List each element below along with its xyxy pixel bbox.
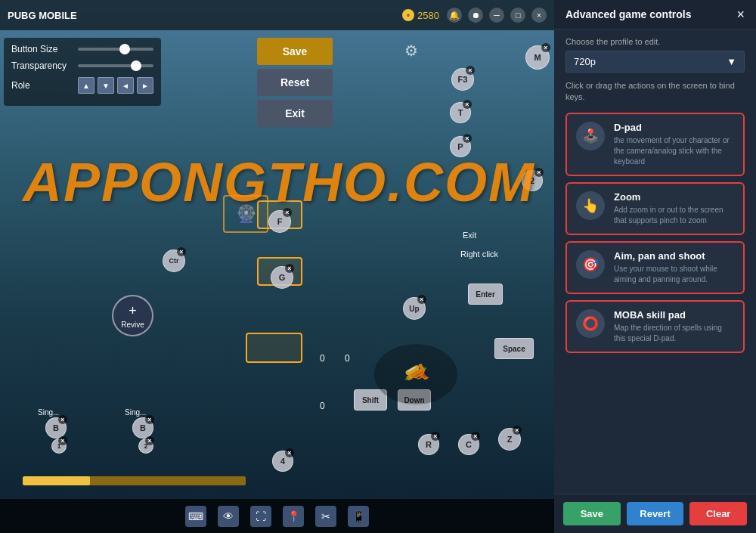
b-left-button[interactable]: B bbox=[45, 417, 67, 438]
c-button[interactable]: C bbox=[458, 434, 479, 455]
action-buttons: Save Reset Exit bbox=[257, 38, 333, 127]
game-area: PUBG MOBILE ● 2580 🔔 ⏺ ─ □ × Button Size… bbox=[0, 0, 554, 533]
dpad-card[interactable]: 🕹️ D-pad the movement of your character … bbox=[565, 113, 745, 176]
game-logo: PUBG MOBILE bbox=[8, 10, 77, 21]
scissors-icon[interactable]: ✂ bbox=[315, 506, 336, 527]
panel-footer: Save Revert Clear bbox=[554, 494, 756, 533]
keyboard-icon[interactable]: ⌨ bbox=[185, 506, 206, 527]
mobile-icon[interactable]: 📱 bbox=[348, 506, 369, 527]
button-size-label: Button Size bbox=[11, 44, 72, 54]
panel-revert-button[interactable]: Revert bbox=[627, 502, 684, 525]
button-size-slider[interactable] bbox=[78, 48, 153, 51]
exit-game-label: Exit bbox=[463, 231, 476, 240]
aim-desc: Use your mouse to shoot while aiming and… bbox=[614, 264, 734, 285]
r-button[interactable]: R bbox=[418, 434, 439, 455]
maximize-icon[interactable]: □ bbox=[510, 8, 525, 23]
role-right-btn[interactable]: ► bbox=[137, 77, 153, 94]
coin-icon: ● bbox=[402, 9, 414, 21]
aim-card[interactable]: 🎯 Aim, pan and shoot Use your mouse to s… bbox=[565, 241, 745, 294]
bind-instructions: Click or drag the actions on the screen … bbox=[565, 80, 745, 104]
transparency-row: Transparency bbox=[11, 60, 153, 71]
1-button[interactable]: 1 bbox=[51, 438, 67, 454]
dpad-desc: the movement of your character or the ca… bbox=[614, 135, 734, 167]
ammo-display: 🔫 bbox=[374, 344, 457, 404]
profile-dropdown[interactable]: 720p ▼ bbox=[565, 51, 745, 73]
aim-title: Aim, pan and shoot bbox=[614, 250, 734, 262]
f-button[interactable]: F bbox=[268, 210, 291, 233]
reset-button[interactable]: Reset bbox=[257, 69, 333, 96]
coins-display: ● 2580 bbox=[402, 9, 439, 21]
expand-icon[interactable]: ⛶ bbox=[250, 506, 271, 527]
dpad-icon: 🕹️ bbox=[576, 122, 605, 150]
f3-button[interactable]: F3 bbox=[451, 68, 474, 91]
notification-icon[interactable]: 🔔 bbox=[447, 8, 462, 23]
counter-0-1: 0 bbox=[320, 353, 325, 364]
zoom-icon: 👆 bbox=[576, 191, 605, 220]
dropdown-arrow: ▼ bbox=[727, 56, 736, 67]
space-button[interactable]: Space bbox=[494, 338, 534, 359]
record-icon[interactable]: ⏺ bbox=[468, 8, 483, 23]
top-bar: PUBG MOBILE ● 2580 🔔 ⏺ ─ □ × bbox=[0, 0, 554, 30]
watermark: APPONGTHO.COM bbox=[23, 151, 535, 213]
2b-button[interactable]: 2 bbox=[138, 438, 153, 454]
dpad-card-text: D-pad the movement of your character or … bbox=[614, 122, 734, 167]
aim-icon: 🎯 bbox=[576, 250, 605, 279]
transparency-thumb[interactable] bbox=[131, 60, 141, 71]
aim-card-text: Aim, pan and shoot Use your mouse to sho… bbox=[614, 250, 734, 285]
enter-button[interactable]: Enter bbox=[468, 284, 503, 305]
role-down-btn[interactable]: ▼ bbox=[98, 77, 114, 94]
save-button[interactable]: Save bbox=[257, 38, 333, 65]
button-size-row: Button Size bbox=[11, 44, 153, 54]
zoom-desc: Add zoom in or out to the screen that su… bbox=[614, 205, 734, 226]
moba-card[interactable]: ⭕ MOBA skill pad Map the direction of sp… bbox=[565, 300, 745, 353]
top-bar-icons: 🔔 ⏺ ─ □ × bbox=[447, 8, 547, 23]
highlight-box-item bbox=[246, 333, 302, 363]
g-button[interactable]: G bbox=[271, 266, 293, 289]
counter-0-3: 0 bbox=[320, 401, 325, 411]
map-pin-icon[interactable]: 📍 bbox=[283, 506, 304, 527]
sing-label-2: Sing... bbox=[125, 408, 146, 417]
profile-value: 720p bbox=[574, 56, 596, 67]
panel-body: Choose the profile to edit. 720p ▼ Click… bbox=[554, 29, 756, 494]
exit-button[interactable]: Exit bbox=[257, 100, 333, 127]
moba-icon: ⭕ bbox=[576, 309, 605, 338]
right-panel: Advanced game controls × Choose the prof… bbox=[554, 0, 756, 533]
eye-icon[interactable]: 👁 bbox=[218, 506, 239, 527]
profile-label: Choose the profile to edit. bbox=[565, 37, 745, 46]
zoom-card-text: Zoom Add zoom in or out to the screen th… bbox=[614, 191, 734, 226]
button-size-thumb[interactable] bbox=[119, 44, 130, 54]
moba-card-text: MOBA skill pad Map the direction of spel… bbox=[614, 309, 734, 344]
zoom-title: Zoom bbox=[614, 191, 734, 203]
counter-0-2: 0 bbox=[345, 353, 350, 364]
panel-clear-button[interactable]: Clear bbox=[689, 502, 747, 525]
bottom-toolbar: ⌨ 👁 ⛶ 📍 ✂ 📱 bbox=[0, 499, 554, 533]
t-button[interactable]: T bbox=[450, 102, 471, 123]
transparency-slider[interactable] bbox=[78, 64, 153, 67]
role-label: Role bbox=[11, 80, 72, 91]
up-button[interactable]: Up bbox=[403, 297, 426, 320]
panel-header: Advanced game controls × bbox=[554, 0, 756, 29]
dpad-title: D-pad bbox=[614, 122, 734, 133]
gear-icon[interactable]: ⚙ bbox=[404, 42, 418, 60]
role-controls: ▲ ▼ ◄ ► bbox=[78, 77, 153, 94]
m-button[interactable]: M bbox=[525, 45, 550, 70]
ctr-button[interactable]: Ctr bbox=[163, 249, 185, 272]
close-window-icon[interactable]: × bbox=[531, 8, 547, 23]
sing-label-1: Sing... bbox=[38, 408, 59, 417]
progress-bar bbox=[23, 476, 246, 485]
controls-panel: Button Size Transparency Role ▲ ▼ ◄ ► bbox=[4, 38, 161, 106]
b-right-button[interactable]: B bbox=[132, 417, 153, 438]
role-left-btn[interactable]: ◄ bbox=[117, 77, 134, 94]
minimize-icon[interactable]: ─ bbox=[489, 8, 504, 23]
zoom-card[interactable]: 👆 Zoom Add zoom in or out to the screen … bbox=[565, 182, 745, 235]
coins-value: 2580 bbox=[417, 10, 439, 21]
role-row: Role ▲ ▼ ◄ ► bbox=[11, 77, 153, 94]
revive-button[interactable]: + Revive bbox=[112, 295, 153, 336]
role-up-btn[interactable]: ▲ bbox=[78, 77, 94, 94]
4-button[interactable]: 4 bbox=[272, 451, 293, 472]
z-button[interactable]: Z bbox=[498, 428, 521, 451]
panel-save-button[interactable]: Save bbox=[563, 502, 621, 525]
transparency-label: Transparency bbox=[11, 60, 72, 71]
close-panel-button[interactable]: × bbox=[736, 8, 745, 21]
right-click-label: Right click bbox=[460, 249, 498, 259]
